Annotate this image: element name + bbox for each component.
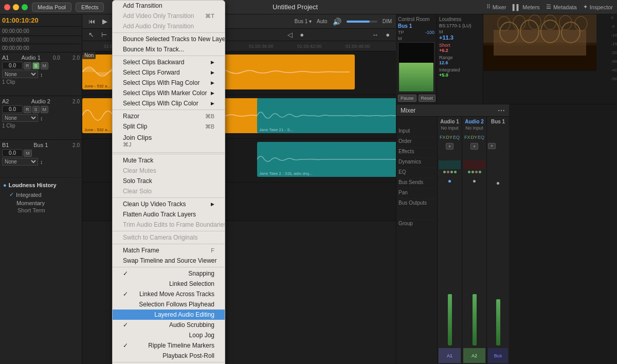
menu-selection-follows[interactable]: Selection Follows Playhead <box>113 299 225 310</box>
maximize-button[interactable] <box>22 4 28 10</box>
track-a1-select[interactable]: None <box>2 70 38 78</box>
clip-a1-2-label: June - 532 a... <box>84 128 111 132</box>
mixer-channels-area: Input Order Effects Dynamics EQ Bus Send… <box>396 117 509 364</box>
ch-a1-fader-bar[interactable] <box>448 294 452 345</box>
reset-btn[interactable]: Reset <box>419 95 436 102</box>
menu-select-forward[interactable]: Select Clips Forward <box>113 67 225 78</box>
track-a2-s-btn[interactable]: S <box>32 106 40 113</box>
minimize-button[interactable] <box>13 4 19 10</box>
menu-layered-audio[interactable]: Layered Audio Editing <box>113 310 225 320</box>
menu-snapping[interactable]: ✓ Snapping <box>113 268 225 279</box>
menu-mute-track[interactable]: Mute Track <box>113 155 225 166</box>
ch-a1-add-fx[interactable]: + <box>446 143 453 150</box>
ch-bus1-bus-out: Bus <box>488 348 508 363</box>
left-panel: 01:00:10:20 00:00:00:00 00:00:00:00 00:0… <box>0 14 82 364</box>
ch-a1-pan[interactable] <box>439 179 461 188</box>
menu-swap-timeline[interactable]: Swap Timeline and Source Viewer <box>113 256 225 266</box>
track-a2-fader[interactable]: 0.0 <box>2 105 23 113</box>
menu-match-frame[interactable]: Match Frame F <box>113 245 225 256</box>
clip-a2-teal-2[interactable]: Jane Take 2 - SSL adio dny... <box>257 142 396 177</box>
menu-ripple-markers[interactable]: ✓ Ripple Timeline Markers <box>113 340 225 351</box>
track-a1-fader[interactable]: 0.0 <box>2 62 23 69</box>
metadata-tab-btn[interactable]: ☰ Metadata <box>546 4 577 10</box>
auto-label: Auto <box>317 19 328 24</box>
loudness-range: Range 12.6 <box>439 55 481 65</box>
menu-switch-camera[interactable]: Switch to Camera Originals <box>113 232 225 243</box>
menu-clean-up-video[interactable]: Clean Up Video Tracks <box>113 199 225 209</box>
track-a1-m-btn[interactable]: M <box>41 62 49 69</box>
window-controls <box>4 4 28 10</box>
track-a1-r-btn[interactable]: R <box>24 62 31 69</box>
menu-playback-post-roll[interactable]: Playback Post-Roll <box>113 351 225 361</box>
menu-add-video-transition[interactable]: Add Video Only Transition ⌘T <box>113 11 225 21</box>
menu-sep-7 <box>113 267 225 267</box>
menu-clear-mutes[interactable]: Clear Mutes <box>113 166 225 176</box>
trim-tool[interactable]: ⊢ <box>99 30 109 40</box>
track-a2-m-btn[interactable]: M <box>41 106 49 113</box>
select-tool[interactable]: ↖ <box>86 30 96 40</box>
loudness-vals-row: M +11.3 <box>439 29 481 41</box>
track-a2-select[interactable]: None <box>2 114 38 122</box>
loudness-integrated-item[interactable]: Integrated <box>9 190 79 199</box>
track-a1-s-btn[interactable]: S <box>32 62 40 69</box>
close-button[interactable] <box>4 4 10 10</box>
ch-bus1-add-fx[interactable]: + <box>488 143 496 149</box>
ch-a2-pan[interactable] <box>463 179 485 188</box>
clip-a1-label: June - 532 a... <box>84 84 111 88</box>
ch-a2-fader-bar[interactable] <box>473 294 477 345</box>
main-layout: 01:00:10:20 00:00:00:00 00:00:00:00 00:0… <box>0 14 617 364</box>
pause-btn[interactable]: Pause <box>398 95 416 102</box>
audio-clip-btn[interactable]: ● <box>384 30 392 40</box>
track-b1-fader[interactable]: 0.0 <box>2 149 23 157</box>
menu-solo-track[interactable]: Solo Track <box>113 176 225 186</box>
play-start-btn[interactable]: ⏮ <box>86 16 97 26</box>
dim-btn[interactable]: DIM <box>383 19 392 24</box>
menu-split-clip[interactable]: Split Clip ⌘B <box>113 121 225 132</box>
marker-btn[interactable]: ● <box>298 30 306 40</box>
zoom-out-btn[interactable]: ◁ <box>285 30 295 40</box>
ch-a1-input: No Input <box>439 125 461 134</box>
menu-loop-jog[interactable]: Loop Jog <box>113 330 225 340</box>
ch-bus1-order <box>488 134 508 142</box>
menu-select-clip-color[interactable]: Select Clips With Clip Color <box>113 98 225 108</box>
menu-trim-audio-edits[interactable]: Trim Audio Edits to Frame Boundaries <box>113 220 225 230</box>
meters-tab-btn[interactable]: ▌▌ Meters <box>513 4 540 10</box>
menu-select-backward[interactable]: Select Clips Backward <box>113 57 225 67</box>
track-b1-select[interactable]: None <box>2 158 38 166</box>
track-a2-r-btn[interactable]: R <box>24 106 31 113</box>
menu-clear-solo[interactable]: Clear Solo <box>113 186 225 196</box>
mixer-tab-btn[interactable]: ⠿ Mixer <box>486 4 506 10</box>
clip-a2-teal[interactable]: Jane Take 21 - S... <box>257 98 396 133</box>
effects-tab[interactable]: Effects <box>76 3 104 12</box>
menu-linked-selection[interactable]: Linked Selection <box>113 279 225 289</box>
menu-audio-scrubbing[interactable]: ✓ Audio Scrubbing <box>113 320 225 330</box>
menu-bounce-mix[interactable]: Bounce Mix to Track... <box>113 44 225 54</box>
inspector-tab-btn[interactable]: ✦ Inspector <box>583 4 613 10</box>
media-pool-tab[interactable]: Media Pool <box>32 3 71 12</box>
menu-add-transition[interactable]: Add Transition <box>113 1 225 11</box>
menu-bounce-tracks[interactable]: Bounce Selected Tracks to New Layer <box>113 34 225 44</box>
menu-select-flag-color[interactable]: Select Clips With Flag Color <box>113 78 225 88</box>
ch-a2-effects-row: + <box>469 142 479 151</box>
menu-add-audio-transition[interactable]: Add Audio Only Transition <box>113 21 225 31</box>
menu-flatten-audio[interactable]: Flatten Audio Track Layers <box>113 209 225 220</box>
menu-join-clips-section[interactable]: Join Clips ⌘J <box>113 132 225 153</box>
track-b1-m-btn[interactable]: M <box>24 150 32 157</box>
menu-linked-move[interactable]: ✓ Linked Move Across Tracks <box>113 289 225 299</box>
ch-a2-eq <box>463 160 485 170</box>
loudness-momentary-item[interactable]: Momentary <box>9 199 79 207</box>
playback-pos-3: 00:00:00:00 <box>2 45 29 51</box>
menu-select-marker-color[interactable]: Select Clips With Marker Color <box>113 88 225 98</box>
menu-razor[interactable]: Razor ⌘B <box>113 111 225 121</box>
volume-slider[interactable] <box>347 21 377 23</box>
mixer-channel-a1: Audio 1 No Input FXDYEQ + <box>438 117 462 364</box>
play-btn[interactable]: ▶ <box>100 16 110 26</box>
track-a1-label: Audio 1 <box>22 54 41 61</box>
ch-a2-add-fx[interactable]: + <box>470 143 478 150</box>
ch-bus1-fader-bar[interactable] <box>496 299 500 345</box>
link2-btn[interactable]: ↔ <box>370 30 380 40</box>
mixer-bus-outputs-label: Bus Outputs <box>396 199 437 220</box>
mixer-menu-btn[interactable]: ⋯ <box>498 106 505 115</box>
mixer-dynamics-label: Dynamics <box>396 158 437 168</box>
ch-bus1-eq <box>488 160 508 170</box>
